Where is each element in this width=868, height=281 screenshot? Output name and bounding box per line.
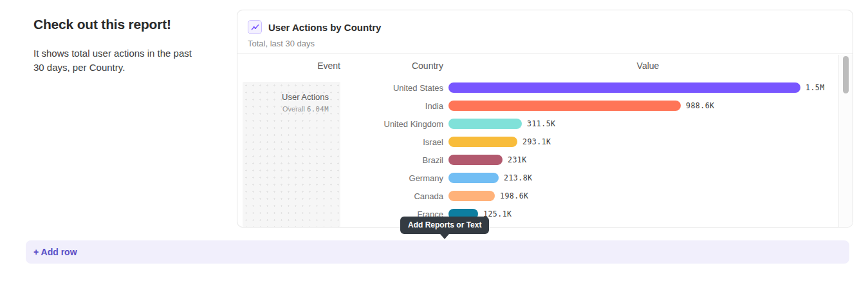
bar[interactable]	[448, 191, 495, 201]
column-header-value[interactable]: Value	[443, 61, 853, 71]
column-headers: Event Country Value	[237, 55, 853, 77]
scrollbar-track[interactable]	[838, 55, 853, 227]
intro-title: Check out this report!	[33, 17, 214, 32]
tooltip-label: Add Reports or Text	[408, 220, 481, 229]
bar[interactable]	[448, 82, 800, 93]
report-card-header: User Actions by Country Total, last 30 d…	[237, 10, 853, 54]
value-label: 293.1K	[522, 137, 551, 146]
report-title[interactable]: User Actions by Country	[268, 22, 381, 33]
value-label: 1.5M	[806, 83, 825, 92]
bar[interactable]	[448, 155, 503, 165]
value-label: 988.6K	[686, 101, 715, 110]
event-total-value: 6.04M	[307, 105, 329, 113]
column-header-country[interactable]: Country	[340, 61, 443, 71]
value-label: 213.8K	[504, 173, 533, 182]
event-cell[interactable]: User Actions Overall 6.04M	[243, 82, 340, 227]
value-label: 231K	[508, 155, 527, 164]
add-row-label: + Add row	[33, 247, 77, 257]
event-overall: Overall 6.04M	[243, 105, 329, 113]
event-name: User Actions	[243, 92, 329, 102]
bar[interactable]	[448, 101, 681, 111]
scrollbar-thumb[interactable]	[843, 56, 849, 93]
report-card[interactable]: User Actions by Country Total, last 30 d…	[237, 10, 853, 228]
event-scope-label: Overall	[282, 105, 305, 113]
column-header-event[interactable]: Event	[237, 61, 340, 71]
bar[interactable]	[448, 173, 499, 183]
bar[interactable]	[448, 119, 522, 129]
value-label: 198.6K	[500, 191, 529, 200]
intro-section: Check out this report! It shows total us…	[33, 17, 214, 75]
line-chart-icon	[248, 20, 262, 34]
value-label: 311.5K	[527, 119, 556, 128]
intro-body: It shows total user actions in the past …	[33, 46, 194, 75]
report-subtitle: Total, last 30 days	[248, 39, 842, 48]
report-table: Event Country Value User Actions Overall…	[237, 55, 853, 227]
add-reports-tooltip: Add Reports or Text	[400, 217, 489, 234]
add-row-button[interactable]: + Add row	[26, 240, 849, 264]
bar[interactable]	[448, 137, 517, 147]
